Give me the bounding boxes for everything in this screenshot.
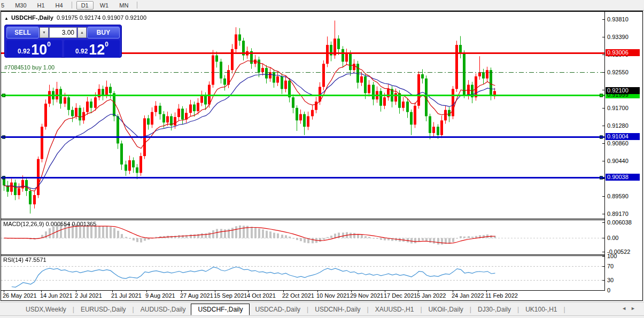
- price-tick-label: 0.89170: [607, 211, 629, 217]
- tab-separator: |: [563, 306, 567, 313]
- chart-tab-usdcad-daily[interactable]: USDCAD-,Daily: [250, 304, 306, 315]
- symbol-period-label: USDCHF-,Daily: [11, 14, 53, 21]
- collapse-panel-icon[interactable]: ▲: [4, 16, 9, 21]
- chart-tab-xauusd-h1[interactable]: XAUUSD-,H1: [370, 304, 420, 315]
- date-tick-label: 4 Oct 2021: [247, 292, 276, 299]
- bid-pips: 10: [31, 43, 47, 57]
- sell-button[interactable]: SELL: [6, 27, 39, 38]
- timeframe-button-d1[interactable]: D1: [76, 1, 94, 10]
- date-tick-label: 9 Aug 2021: [145, 292, 175, 299]
- ask-prefix: 0.92: [75, 48, 88, 55]
- price-level-label: 0.90038: [606, 174, 640, 181]
- chart-title: ▲USDCHF-,Daily 0.91975 0.92174 0.91907 0…: [4, 14, 146, 21]
- mt4-chart-window: 5M30H1H4D1W1MN ▲USDCHF-,Daily 0.91975 0.…: [0, 0, 644, 318]
- chart-tab-dj30-daily[interactable]: DJ30-,Daily: [472, 304, 516, 315]
- macd-values: 0.000554 0.001365: [45, 221, 96, 227]
- timeframe-button-h1[interactable]: H1: [33, 2, 49, 9]
- open-order-label[interactable]: #7084510 buy 1.00: [4, 64, 55, 71]
- price-tick-label: 0.90860: [607, 140, 629, 146]
- window-bottom-strip: [0, 315, 644, 318]
- rsi-tick-label: 0: [607, 287, 610, 293]
- date-tick-label: 21 Jul 2021: [111, 292, 142, 299]
- price-tick-label: 0.93810: [607, 16, 629, 22]
- current-price-label: 0.92100: [606, 87, 640, 94]
- date-tick-label: 17 Dec 2021: [384, 292, 417, 299]
- chart-tab-uk100-h1[interactable]: UK100-,H1: [520, 304, 562, 315]
- toolbar-separator: [72, 2, 72, 9]
- date-tick-label: 11 Feb 2022: [485, 292, 518, 299]
- tab-scroll-right-icon[interactable]: ►: [631, 306, 640, 311]
- volume-decrease-button[interactable]: ▼: [40, 27, 49, 38]
- bid-price-button[interactable]: 0.92 10 0: [6, 40, 62, 58]
- tab-separator: |: [516, 306, 520, 313]
- ask-pips: 12: [89, 43, 105, 57]
- timeframe-toolbar: 5M30H1H4D1W1MN: [0, 0, 644, 11]
- bid-prefix: 0.92: [18, 48, 30, 55]
- volume-input[interactable]: 3.00: [49, 27, 77, 38]
- timeframe-button-mn[interactable]: MN: [115, 2, 133, 9]
- one-click-trade-panel: SELL ▼ 3.00 ▲ BUY 0.92 10 0 0.92 12 0: [4, 25, 122, 58]
- rsi-tick-label: 100: [607, 253, 617, 259]
- bid-point: 0: [47, 41, 51, 48]
- tab-separator: |: [131, 306, 135, 313]
- date-tick-label: 2 Jul 2021: [75, 292, 102, 299]
- ask-price-button[interactable]: 0.92 12 0: [64, 40, 120, 58]
- tab-separator: |: [469, 306, 472, 313]
- chart-tab-usdchf-daily[interactable]: USDCHF-,Daily: [191, 304, 250, 315]
- ohlc-values: 0.91975 0.92174 0.91907 0.92100: [57, 14, 146, 21]
- chart-tab-eurusd-daily[interactable]: EURUSD-,Daily: [75, 304, 131, 315]
- macd-tick-label: 0.00: [607, 235, 618, 241]
- chart-tab-bar: USDX,Weekly|EURUSD-,Daily|AUDUSD-,DailyU…: [0, 302, 644, 316]
- chart-tab-usdx-weekly[interactable]: USDX,Weekly: [20, 304, 72, 315]
- volume-increase-button[interactable]: ▲: [77, 27, 87, 38]
- tab-separator: |: [72, 306, 75, 313]
- price-tick-label: 0.89590: [607, 193, 629, 199]
- date-tick-label: 27 Aug 2021: [180, 292, 213, 299]
- tab-separator: |: [366, 306, 370, 313]
- rsi-indicator-label: RSI(14) 47.5571: [3, 257, 46, 263]
- chart-frame: ▲USDCHF-,Daily 0.91975 0.92174 0.91907 0…: [1, 11, 643, 301]
- date-tick-label: 14 Jun 2021: [40, 292, 73, 299]
- price-tick-label: 0.90440: [607, 158, 629, 164]
- timeframe-button-w1[interactable]: W1: [96, 2, 113, 9]
- date-tick-label: 15 Sep 2021: [214, 292, 247, 299]
- date-tick-label: 10 Nov 2021: [316, 292, 350, 299]
- date-tick-label: 29 Nov 2021: [350, 292, 383, 299]
- rsi-tick-label: 70: [607, 263, 614, 269]
- date-tick-label: 24 Jan 2022: [452, 292, 484, 299]
- timeframe-button-5[interactable]: 5: [0, 2, 9, 9]
- price-level-label: 0.91004: [606, 133, 640, 140]
- date-tick-label: 26 May 2021: [3, 292, 37, 299]
- date-tick-label: 5 Jan 2022: [417, 292, 446, 299]
- toolbar-separator: [137, 2, 137, 9]
- price-tick-label: 0.91700: [607, 105, 629, 111]
- timeframe-button-m30[interactable]: M30: [11, 2, 30, 9]
- macd-indicator-label: MACD(12,26,9) 0.000554 0.001365: [3, 221, 96, 227]
- price-level-label: 0.93006: [606, 49, 640, 56]
- ask-point: 0: [105, 41, 108, 48]
- price-tick-label: 0.91280: [607, 122, 629, 129]
- chart-tab-usdcnh-daily[interactable]: USDCNH-,Daily: [309, 304, 366, 315]
- price-tick-label: 0.93390: [607, 34, 629, 40]
- tab-scroll-left-icon[interactable]: ◄: [622, 306, 631, 311]
- timeframe-button-h4[interactable]: H4: [51, 2, 67, 9]
- macd-tick-label: 0.006038: [607, 219, 632, 226]
- price-axis: 0.938100.933900.929700.925500.921300.917…: [606, 12, 642, 291]
- rsi-value: 47.5571: [25, 257, 46, 263]
- chart-tab-audusd-daily[interactable]: AUDUSD-,Daily: [135, 304, 191, 315]
- tab-separator: |: [306, 306, 309, 313]
- buy-button[interactable]: BUY: [87, 27, 120, 38]
- rsi-tick-label: 30: [607, 277, 614, 283]
- tab-separator: |: [419, 306, 423, 313]
- time-axis: 26 May 202114 Jun 20212 Jul 202121 Jul 2…: [1, 291, 605, 300]
- price-tick-label: 0.92550: [607, 69, 629, 75]
- date-tick-label: 22 Oct 2021: [282, 292, 314, 299]
- chart-tab-ukoil-daily[interactable]: UKOil-,Daily: [423, 304, 469, 315]
